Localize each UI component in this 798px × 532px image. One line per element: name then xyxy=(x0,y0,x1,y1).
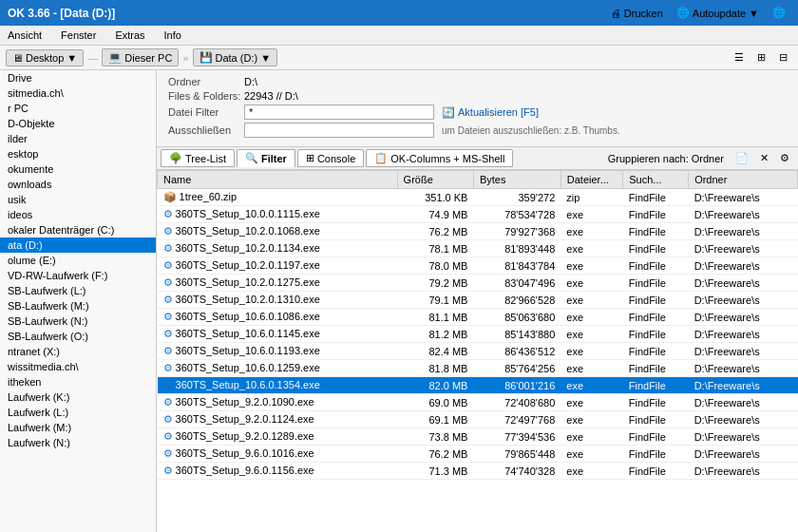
file-size-cell: 71.3 MB xyxy=(397,463,473,480)
tab-okcolumns[interactable]: 📋 OK-Columns + MS-Shell xyxy=(366,149,513,167)
autoupdate-button[interactable]: 🌐 Autoupdate ▼ xyxy=(672,4,764,22)
sidebar-item-l-usb[interactable]: SB-Laufwerk (L:) xyxy=(0,283,156,298)
view-list-button[interactable]: ☰ xyxy=(730,48,749,66)
table-row[interactable]: ⚙ 360TS_Setup_10.2.0.1134.exe 78.1 MB 81… xyxy=(158,240,798,257)
sidebar-item-musik[interactable]: usik xyxy=(0,192,156,207)
col-header-ordner[interactable]: Ordner xyxy=(689,171,798,189)
file-bytes-cell: 79'865'448 xyxy=(473,446,560,463)
table-row[interactable]: ⚙ 360TS_Setup_9.6.0.1016.exe 76.2 MB 79'… xyxy=(158,446,798,463)
sidebar-item-o-usb[interactable]: SB-Laufwerk (O:) xyxy=(0,329,156,344)
table-row[interactable]: 📦 1tree_60.zip 351.0 KB 359'272 zip Find… xyxy=(158,189,798,206)
exe-icon: ⚙ xyxy=(163,328,173,339)
table-row[interactable]: ⚙ 360TS_Setup_10.6.0.1354.exe 82.0 MB 86… xyxy=(158,377,798,394)
file-ext-cell: exe xyxy=(560,309,622,326)
sidebar-item-downloads[interactable]: ownloads xyxy=(0,177,156,192)
sidebar-item-c-drive[interactable]: okaler Datenträger (C:) xyxy=(0,222,156,238)
tab-filter[interactable]: 🔍 Filter xyxy=(237,149,295,167)
file-bytes-cell: 72'408'680 xyxy=(473,394,560,411)
sidebar-item-l-laufwerk[interactable]: Laufwerk (L:) xyxy=(0,405,156,420)
data-drive-button[interactable]: 💾 Data (D:) ▼ xyxy=(193,48,278,66)
view-icon-button[interactable]: ⊟ xyxy=(774,48,792,66)
file-name-cell: ⚙ 360TS_Setup_10.6.0.1086.exe xyxy=(158,309,398,326)
settings-icon-button[interactable]: ⚙ xyxy=(775,149,794,167)
console-label: Console xyxy=(317,153,355,164)
treelist-icon: 🌳 xyxy=(169,152,182,164)
sidebar-item-desktop[interactable]: esktop xyxy=(0,146,156,162)
browser-icon-button[interactable]: 🌐 xyxy=(768,4,790,22)
col-header-ext[interactable]: Dateier... xyxy=(560,171,622,189)
col-header-bytes[interactable]: Bytes xyxy=(473,171,560,189)
menu-extras[interactable]: Extras xyxy=(111,28,148,43)
exe-icon: ⚙ xyxy=(163,396,173,408)
col-header-such[interactable]: Such... xyxy=(623,171,689,189)
menu-info[interactable]: Info xyxy=(161,28,185,43)
ausschliessen-label: Ausschließen xyxy=(168,124,244,136)
page-icon-button[interactable]: 📄 xyxy=(731,149,753,167)
file-size-cell: 74.9 MB xyxy=(397,206,473,223)
sidebar-item-bibliotheken[interactable]: itheken xyxy=(0,374,156,390)
sidebar-item-d-drive[interactable]: ata (D:) xyxy=(0,238,156,253)
treelist-label: Tree-List xyxy=(185,153,226,164)
table-row[interactable]: ⚙ 360TS_Setup_9.2.0.1289.exe 73.8 MB 77'… xyxy=(158,428,798,446)
menu-ansicht[interactable]: Ansicht xyxy=(4,28,46,43)
table-row[interactable]: ⚙ 360TS_Setup_10.6.0.1145.exe 81.2 MB 85… xyxy=(158,326,798,343)
exe-icon: ⚙ xyxy=(163,345,173,356)
exe-icon: ⚙ xyxy=(163,242,173,254)
sidebar-item-x-intranet[interactable]: ntranet (X:) xyxy=(0,344,156,359)
table-row[interactable]: ⚙ 360TS_Setup_10.2.0.1275.exe 79.2 MB 83… xyxy=(158,275,798,292)
sidebar-item-d-objekte[interactable]: D-Objekte xyxy=(0,116,156,131)
tab-console[interactable]: ⊞ Console xyxy=(297,149,364,167)
file-ext-cell: exe xyxy=(560,394,622,411)
exe-icon: ⚙ xyxy=(163,208,173,219)
pc-button[interactable]: 💻 Dieser PC xyxy=(102,48,179,66)
sidebar-item-dokumente[interactable]: okumente xyxy=(0,162,156,177)
sidebar-item-sitmedia[interactable]: sitmedia.ch\ xyxy=(0,86,156,101)
sidebar-item-n-usb[interactable]: SB-Laufwerk (N:) xyxy=(0,314,156,329)
file-bytes-cell: 81'843'784 xyxy=(473,257,560,275)
data-drive-label: Data (D:) xyxy=(216,52,258,64)
file-such-cell: FindFile xyxy=(623,292,689,309)
sidebar-item-k-laufwerk[interactable]: Laufwerk (K:) xyxy=(0,390,156,405)
print-button[interactable]: 🖨 Drucken xyxy=(606,5,668,22)
table-row[interactable]: ⚙ 360TS_Setup_9.2.0.1090.exe 69.0 MB 72'… xyxy=(158,394,798,411)
tab-treelist[interactable]: 🌳 Tree-List xyxy=(161,149,235,167)
table-row[interactable]: ⚙ 360TS_Setup_10.2.0.1310.exe 79.1 MB 82… xyxy=(158,292,798,309)
sidebar-item-swissitmedia[interactable]: wissitmedia.ch\ xyxy=(0,359,156,374)
sidebar-item-m-usb[interactable]: SB-Laufwerk (M:) xyxy=(0,298,156,314)
col-header-size[interactable]: Größe xyxy=(397,171,473,189)
table-row[interactable]: ⚙ 360TS_Setup_10.6.0.1193.exe 82.4 MB 86… xyxy=(158,343,798,360)
menu-fenster[interactable]: Fenster xyxy=(57,28,100,43)
files-value: 22943 // D:\ xyxy=(244,90,298,102)
sidebar-item-videos[interactable]: ideos xyxy=(0,207,156,222)
file-name-cell: ⚙ 360TS_Setup_10.6.0.1193.exe xyxy=(158,343,398,360)
aktualisieren-button[interactable]: 🔄 Aktualisieren [F5] xyxy=(442,106,539,119)
refresh-icon: 🔄 xyxy=(442,106,455,119)
close-icon-button[interactable]: ✕ xyxy=(755,149,773,167)
ausschliessen-input[interactable] xyxy=(244,123,434,138)
datei-filter-input[interactable] xyxy=(244,104,434,120)
table-row[interactable]: ⚙ 360TS_Setup_9.6.0.1156.exe 71.3 MB 74'… xyxy=(158,463,798,480)
sidebar-item-e-volume[interactable]: olume (E:) xyxy=(0,253,156,268)
aktualisieren-label: Aktualisieren [F5] xyxy=(458,106,539,118)
gruppieren-label: Gruppieren nach: Ordner xyxy=(608,153,724,164)
ordner-value: D:\ xyxy=(244,76,257,87)
sidebar-item-n-laufwerk[interactable]: Laufwerk (N:) xyxy=(0,435,156,450)
sidebar-item-m-laufwerk[interactable]: Laufwerk (M:) xyxy=(0,420,156,435)
col-header-name[interactable]: Name xyxy=(158,171,398,189)
view-detail-button[interactable]: ⊞ xyxy=(752,48,770,66)
sidebar-item-bilder[interactable]: ilder xyxy=(0,131,156,146)
table-row[interactable]: ⚙ 360TS_Setup_10.2.0.1068.exe 76.2 MB 79… xyxy=(158,223,798,240)
table-row[interactable]: ⚙ 360TS_Setup_9.2.0.1124.exe 69.1 MB 72'… xyxy=(158,411,798,428)
table-row[interactable]: ⚙ 360TS_Setup_10.2.0.1197.exe 78.0 MB 81… xyxy=(158,257,798,275)
sidebar-item-pc[interactable]: r PC xyxy=(0,101,156,116)
file-table-container[interactable]: Name Größe Bytes Dateier... Such... Ordn… xyxy=(157,170,798,532)
sidebar-item-f-dvdrw[interactable]: VD-RW-Laufwerk (F:) xyxy=(0,268,156,283)
file-name-cell: ⚙ 360TS_Setup_10.6.0.1354.exe xyxy=(158,377,398,394)
table-row[interactable]: ⚙ 360TS_Setup_10.6.0.1259.exe 81.8 MB 85… xyxy=(158,360,798,377)
file-ext-cell: exe xyxy=(560,343,622,360)
sidebar-item-drive[interactable]: Drive xyxy=(0,70,156,86)
table-row[interactable]: ⚙ 360TS_Setup_10.6.0.1086.exe 81.1 MB 85… xyxy=(158,309,798,326)
desktop-button[interactable]: 🖥 Desktop ▼ xyxy=(6,49,84,66)
gruppieren-button[interactable]: Gruppieren nach: Ordner xyxy=(603,150,729,167)
table-row[interactable]: ⚙ 360TS_Setup_10.0.0.1115.exe 74.9 MB 78… xyxy=(158,206,798,223)
